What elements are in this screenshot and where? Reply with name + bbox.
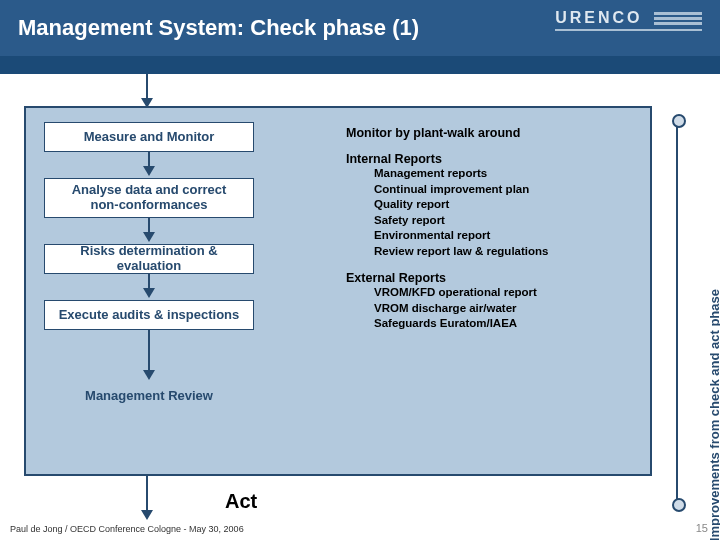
list-item: Safety report: [374, 213, 626, 229]
arrow-stem: [148, 330, 150, 370]
box-analyse-data: Analyse data and correct non-conformance…: [44, 178, 254, 218]
arrow-stem: [148, 218, 150, 232]
right-content: Monitor by plant-walk around Internal Re…: [346, 126, 626, 332]
arrow-stem: [148, 152, 150, 166]
page-title: Management System: Check phase (1): [18, 15, 419, 41]
arrow-down-icon: [143, 288, 155, 298]
list-item: Review report law & regulations: [374, 244, 626, 260]
list-item: Environmental report: [374, 228, 626, 244]
act-label: Act: [225, 490, 257, 513]
arrow-stem: [148, 274, 150, 288]
title-bar: Management System: Check phase (1) URENC…: [0, 0, 720, 56]
box-measure-monitor: Measure and Monitor: [44, 122, 254, 152]
logo-bars-icon: [654, 10, 702, 27]
list-item: VROM discharge air/water: [374, 301, 626, 317]
monitor-heading: Monitor by plant-walk around: [346, 126, 626, 140]
arrow-down-icon: [143, 232, 155, 242]
list-item: Management reports: [374, 166, 626, 182]
internal-reports-heading: Internal Reports: [346, 152, 626, 166]
list-item: Quality report: [374, 197, 626, 213]
box-audits: Execute audits & inspections: [44, 300, 254, 330]
arrow-down-icon: [141, 510, 153, 520]
arrow-down-icon: [143, 166, 155, 176]
subheader-bar: [0, 56, 720, 74]
list-item: Safeguards Euratom/IAEA: [374, 316, 626, 332]
page-number: 15: [696, 522, 708, 534]
diagram-canvas: Measure and Monitor Analyse data and cor…: [0, 74, 720, 522]
brand-logo-text: URENCO: [555, 9, 642, 26]
arrow-down-icon: [143, 370, 155, 380]
arrow-stem: [146, 74, 148, 98]
feedback-label: Improvements from check and act phase: [707, 289, 721, 540]
box-risks: Risks determination & evaluation: [44, 244, 254, 274]
external-reports-list: VROM/KFD operational report VROM dischar…: [374, 285, 626, 332]
arrow-stem: [146, 476, 148, 510]
box-management-review: Management Review: [44, 382, 254, 410]
internal-reports-list: Management reports Continual improvement…: [374, 166, 626, 259]
brand-logo: URENCO: [555, 10, 702, 31]
external-reports-heading: External Reports: [346, 271, 626, 285]
footer-text: Paul de Jong / OECD Conference Cologne -…: [10, 524, 244, 534]
list-item: VROM/KFD operational report: [374, 285, 626, 301]
list-item: Continual improvement plan: [374, 182, 626, 198]
check-phase-panel: Measure and Monitor Analyse data and cor…: [24, 106, 652, 476]
feedback-bar: [676, 120, 678, 506]
